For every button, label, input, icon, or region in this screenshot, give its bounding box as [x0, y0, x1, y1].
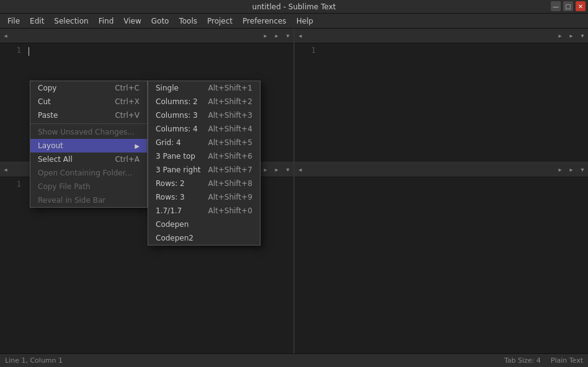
- ctx-separator-3: [30, 123, 147, 124]
- ctx-shortcut: Ctrl+V: [115, 111, 140, 120]
- menu-item-file[interactable]: File: [2, 15, 25, 27]
- sub-shortcut: Alt+Shift+3: [208, 111, 252, 120]
- ctx-item-open-containing-folder...: Open Containing Folder...: [30, 166, 147, 180]
- ctx-item-layout[interactable]: Layout▶: [30, 139, 147, 153]
- menu-item-edit[interactable]: Edit: [25, 15, 49, 27]
- sub-item-columns:-2[interactable]: Columns: 2Alt+Shift+2: [148, 95, 260, 108]
- pane-tab-dropdown-br[interactable]: ▾: [577, 162, 588, 177]
- sub-shortcut: Alt+Shift+5: [208, 138, 252, 147]
- ctx-item-label: Paste: [38, 111, 58, 120]
- menu-item-help[interactable]: Help: [292, 15, 318, 27]
- sub-item-3-pane-right[interactable]: 3 Pane rightAlt+Shift+7: [148, 163, 260, 177]
- line-number: 1: [4, 46, 21, 55]
- maximize-button[interactable]: □: [563, 1, 573, 11]
- pane-tab-next1-br[interactable]: ▸: [555, 162, 566, 177]
- pane-tab-next2[interactable]: ▸: [271, 29, 282, 43]
- line-number: 1: [4, 180, 21, 188]
- vscrollbar-top-left[interactable]: [285, 43, 293, 162]
- sub-item-1.7/1.7[interactable]: 1.7/1.7Alt+Shift+0: [148, 204, 260, 218]
- sub-shortcut: Alt+Shift+9: [208, 193, 252, 201]
- sub-shortcut: Alt+Shift+1: [208, 84, 252, 92]
- ctx-item-label: Reveal in Side Bar: [38, 196, 105, 205]
- pane-tab-prev-bl[interactable]: ◂: [0, 162, 11, 177]
- submenu-arrow-icon: ▶: [135, 143, 140, 149]
- menu-bar: FileEditSelectionFindViewGotoToolsProjec…: [0, 14, 588, 29]
- editor-text-bottom-right[interactable]: [319, 177, 579, 353]
- sub-item-columns:-4[interactable]: Columns: 4Alt+Shift+4: [148, 122, 260, 136]
- pane-tab-next2-r[interactable]: ▸: [566, 29, 577, 43]
- ctx-item-label: Layout: [38, 141, 63, 150]
- menu-item-project[interactable]: Project: [202, 15, 238, 27]
- sub-item-label: Rows: 2: [156, 179, 185, 188]
- pane-tab-next2-bl[interactable]: ▸: [271, 162, 282, 177]
- sub-item-label: Columns: 2: [156, 97, 198, 106]
- ctx-item-label: Select All: [38, 155, 73, 164]
- menu-item-selection[interactable]: Selection: [49, 15, 93, 27]
- ctx-item-paste[interactable]: PasteCtrl+V: [30, 108, 147, 122]
- ctx-item-label: Show Unsaved Changes...: [38, 128, 135, 136]
- line-number: 1: [298, 46, 316, 55]
- ctx-item-copy[interactable]: CopyCtrl+C: [30, 81, 147, 95]
- menu-item-goto[interactable]: Goto: [146, 15, 174, 27]
- pane-tab-next1-r[interactable]: ▸: [555, 29, 566, 43]
- ctx-item-label: Copy: [38, 84, 56, 92]
- sub-item-codepen[interactable]: Codepen: [148, 218, 260, 231]
- line-numbers-top-left: 1: [0, 43, 25, 162]
- ctx-item-cut[interactable]: CutCtrl+X: [30, 95, 147, 108]
- status-tab-size[interactable]: Tab Size: 4: [504, 356, 541, 365]
- vscrollbar-bottom-left[interactable]: [285, 177, 293, 353]
- sub-item-label: Columns: 3: [156, 111, 198, 120]
- pane-tab-bar-bottom-right: ◂ ▸ ▸ ▾: [295, 162, 588, 177]
- pane-tab-next1-bl[interactable]: ▸: [260, 162, 271, 177]
- line-numbers-bottom-left: 1: [0, 177, 25, 353]
- pane-tab-next1[interactable]: ▸: [260, 29, 271, 43]
- pane-tab-scroll-r: [306, 29, 555, 43]
- pane-content-top-right: 1: [295, 43, 588, 162]
- close-button[interactable]: ✕: [576, 1, 586, 11]
- sub-item-label: 1.7/1.7: [156, 206, 182, 215]
- sub-item-label: Codepen2: [156, 234, 194, 242]
- menu-item-view[interactable]: View: [118, 15, 146, 27]
- sub-shortcut: Alt+Shift+8: [208, 179, 252, 188]
- menu-item-tools[interactable]: Tools: [174, 15, 202, 27]
- sub-item-grid:-4[interactable]: Grid: 4Alt+Shift+5: [148, 136, 260, 149]
- vscrollbar-top-right[interactable]: [579, 43, 588, 162]
- vscrollbar-bottom-right[interactable]: [579, 177, 588, 353]
- pane-tab-prev-r[interactable]: ◂: [295, 29, 306, 43]
- sub-shortcut: Alt+Shift+2: [208, 97, 252, 106]
- sub-item-rows:-3[interactable]: Rows: 3Alt+Shift+9: [148, 190, 260, 204]
- ctx-item-label: Copy File Path: [38, 182, 91, 191]
- sub-item-3-pane-top[interactable]: 3 Pane topAlt+Shift+6: [148, 149, 260, 163]
- pane-tab-next2-br[interactable]: ▸: [566, 162, 577, 177]
- pane-tab-dropdown-r[interactable]: ▾: [577, 29, 588, 43]
- pane-tab-bar-top-left: ◂ ▸ ▸ ▾: [0, 29, 293, 43]
- sub-shortcut: Alt+Shift+4: [208, 125, 252, 133]
- status-position: Line 1, Column 1: [5, 356, 63, 365]
- sub-item-label: Single: [156, 84, 179, 92]
- minimize-button[interactable]: —: [551, 1, 561, 11]
- pane-tab-dropdown-bl[interactable]: ▾: [282, 162, 293, 177]
- pane-tab-bar-top-right: ◂ ▸ ▸ ▾: [295, 29, 588, 43]
- window-title: untitled - Sublime Text: [252, 2, 336, 11]
- sub-shortcut: Alt+Shift+7: [208, 166, 252, 174]
- ctx-item-reveal-in-side-bar: Reveal in Side Bar: [30, 193, 147, 207]
- sub-item-columns:-3[interactable]: Columns: 3Alt+Shift+3: [148, 108, 260, 122]
- pane-tab-dropdown[interactable]: ▾: [282, 29, 293, 43]
- status-right: Tab Size: 4 Plain Text: [504, 356, 583, 365]
- pane-content-bottom-right: [295, 177, 588, 353]
- window-controls: — □ ✕: [551, 1, 586, 11]
- line-numbers-top-right: 1: [295, 43, 319, 162]
- pane-tab-prev[interactable]: ◂: [0, 29, 11, 43]
- pane-tab-prev-br[interactable]: ◂: [295, 162, 306, 177]
- editor-text-top-right[interactable]: [319, 43, 579, 162]
- menu-item-find[interactable]: Find: [94, 15, 119, 27]
- context-menu: CopyCtrl+CCutCtrl+XPasteCtrl+VShow Unsav…: [30, 81, 148, 208]
- sub-item-rows:-2[interactable]: Rows: 2Alt+Shift+8: [148, 177, 260, 190]
- sub-item-codepen2[interactable]: Codepen2: [148, 231, 260, 245]
- ctx-item-select-all[interactable]: Select AllCtrl+A: [30, 153, 147, 166]
- pane-bottom-right: ◂ ▸ ▸ ▾: [294, 162, 588, 353]
- status-syntax[interactable]: Plain Text: [551, 356, 583, 365]
- pane-tab-scroll-br: [306, 162, 555, 177]
- menu-item-preferences[interactable]: Preferences: [238, 15, 292, 27]
- sub-item-single[interactable]: SingleAlt+Shift+1: [148, 81, 260, 95]
